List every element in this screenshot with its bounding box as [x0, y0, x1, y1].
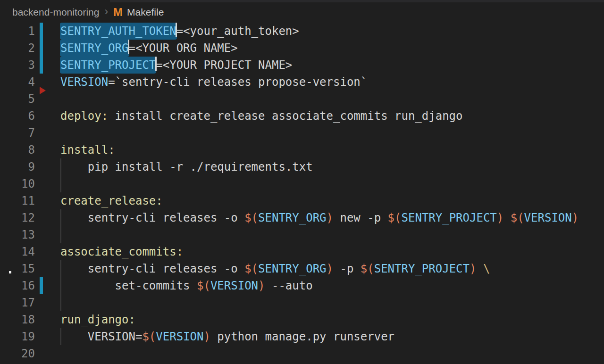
code-line-1[interactable]: 1SENTRY_AUTH_TOKEN=<your_auth_token> [0, 23, 604, 40]
code-token: VERSION [60, 75, 108, 89]
code-line-9[interactable]: 9 pip install -r ./requirements.txt [0, 158, 604, 175]
line-number[interactable]: 4 [0, 74, 35, 91]
editor: 1SENTRY_AUTH_TOKEN=<your_auth_token>2SEN… [0, 23, 604, 362]
line-number[interactable]: 15 [0, 260, 35, 277]
code-token: =`sentry-cli releases propose-version` [108, 75, 367, 89]
line-number[interactable]: 5 [0, 91, 35, 108]
line-number[interactable]: 3 [0, 57, 35, 74]
code-token: VERSION [524, 211, 572, 224]
code-line-3[interactable]: 3SENTRY_PROJECT=<YOUR PROJECT NAME> [0, 57, 604, 74]
line-number[interactable]: 13 [0, 226, 35, 243]
code-token: ) [572, 211, 579, 224]
line-number[interactable]: 6 [0, 108, 35, 124]
code-token: =<your_auth_token> [176, 25, 299, 38]
indent-guide [60, 328, 61, 345]
breadcrumb-project[interactable]: backend-monitoring [12, 7, 99, 18]
code-line-17[interactable]: 17 [0, 294, 604, 311]
code-line-15[interactable]: 15 sentry-cli releases -o $(SENTRY_ORG) … [0, 260, 604, 277]
code-token: SENTRY_ORG [258, 262, 327, 275]
code-line-10[interactable]: 10 [0, 175, 604, 192]
deleted-lines-indicator[interactable] [40, 87, 46, 94]
code-token [476, 262, 483, 275]
code-line-16[interactable]: 16 set-commits $(VERSION) --auto [0, 277, 604, 294]
code-token: =<YOUR ORG NAME> [129, 41, 238, 55]
indent-guide [60, 209, 61, 226]
line-number[interactable]: 14 [0, 243, 35, 260]
code-text: run_django: [60, 311, 135, 328]
modified-line-indicator [40, 277, 43, 294]
code-token: $( [388, 211, 402, 224]
code-line-4[interactable]: 4VERSION=`sentry-cli releases propose-ve… [0, 74, 604, 91]
line-number[interactable]: 12 [0, 209, 35, 226]
code-token: SENTRY_PROJECT [374, 262, 470, 275]
line-number[interactable]: 11 [0, 192, 35, 209]
code-line-20[interactable]: 20 [0, 345, 604, 362]
code-line-14[interactable]: 14associate_commits: [0, 243, 604, 260]
code-line-6[interactable]: 6deploy: install create_release associat… [0, 108, 604, 124]
code-line-5[interactable]: 5 [0, 91, 604, 108]
indent-guide [88, 277, 89, 294]
line-number[interactable]: 18 [0, 311, 35, 328]
code-line-2[interactable]: 2SENTRY_ORG=<YOUR ORG NAME> [0, 40, 604, 57]
code-token: create_release: [60, 194, 163, 207]
code-token: new -p [333, 211, 388, 224]
breadcrumb-file-label: Makefile [127, 7, 164, 18]
code-token: install create_release associate_commits… [108, 109, 462, 123]
code-line-13[interactable]: 13 [0, 226, 604, 243]
line-number[interactable]: 20 [0, 345, 35, 362]
line-number[interactable]: 16 [0, 277, 35, 294]
modified-line-indicator [40, 40, 43, 57]
indent-guide [60, 260, 61, 277]
line-number[interactable]: 7 [0, 124, 35, 141]
code-line-12[interactable]: 12 sentry-cli releases -o $(SENTRY_ORG) … [0, 209, 604, 226]
code-token: =<YOUR PROJECT NAME> [156, 58, 292, 72]
code-text: SENTRY_AUTH_TOKEN=<your_auth_token> [60, 23, 299, 40]
code-token: ) [497, 211, 503, 224]
line-number[interactable]: 10 [0, 175, 35, 192]
code-token: sentry-cli releases -o [60, 262, 244, 275]
indent-guide [60, 277, 61, 294]
line-number[interactable]: 19 [0, 328, 35, 345]
code-text: SENTRY_ORG=<YOUR ORG NAME> [60, 40, 238, 57]
code-token: python manage.py runserver [210, 330, 394, 343]
indent-guide [60, 226, 61, 243]
code-token: \ [483, 262, 490, 275]
code-token: $( [511, 211, 524, 224]
mouse-cursor-dot [9, 271, 11, 273]
line-number[interactable]: 17 [0, 294, 35, 311]
breadcrumb: backend-monitoring › M Makefile [0, 1, 604, 23]
line-number[interactable]: 2 [0, 40, 35, 57]
code-line-18[interactable]: 18run_django: [0, 311, 604, 328]
code-token: SENTRY_PROJECT [402, 211, 497, 224]
code-text: SENTRY_PROJECT=<YOUR PROJECT NAME> [60, 57, 292, 74]
code-text: VERSION=`sentry-cli releases propose-ver… [60, 74, 367, 91]
code-token: deploy: [60, 109, 108, 123]
code-line-8[interactable]: 8install: [0, 141, 604, 158]
code-token: ) [327, 262, 333, 275]
code-token: ) [470, 262, 476, 275]
code-token: ) [203, 330, 210, 343]
code-line-19[interactable]: 19 VERSION=$(VERSION) python manage.py r… [0, 328, 604, 345]
code-text: sentry-cli releases -o $(SENTRY_ORG) new… [60, 209, 579, 226]
code-token: associate_commits: [60, 245, 183, 258]
code-text: associate_commits: [60, 243, 183, 260]
makefile-icon: M [113, 7, 123, 18]
line-number[interactable]: 1 [0, 23, 35, 40]
code-line-11[interactable]: 11create_release: [0, 192, 604, 209]
code-token: $( [197, 279, 210, 292]
code-text: install: [60, 141, 115, 158]
line-number[interactable]: 8 [0, 141, 35, 158]
code-token: $( [244, 211, 258, 224]
code-token: $( [142, 330, 156, 343]
indent-guide [60, 294, 61, 311]
line-number[interactable]: 9 [0, 158, 35, 175]
code-text: create_release: [60, 192, 163, 209]
code-token: set-commits [60, 279, 197, 292]
code-token: sentry-cli releases -o [60, 211, 244, 224]
code-token: run_django: [60, 313, 135, 326]
breadcrumb-chevron-icon: › [104, 5, 108, 18]
breadcrumb-file[interactable]: M Makefile [113, 7, 164, 18]
code-text: set-commits $(VERSION) --auto [60, 277, 313, 294]
code-line-7[interactable]: 7 [0, 124, 604, 141]
code-token: -p [333, 262, 361, 275]
